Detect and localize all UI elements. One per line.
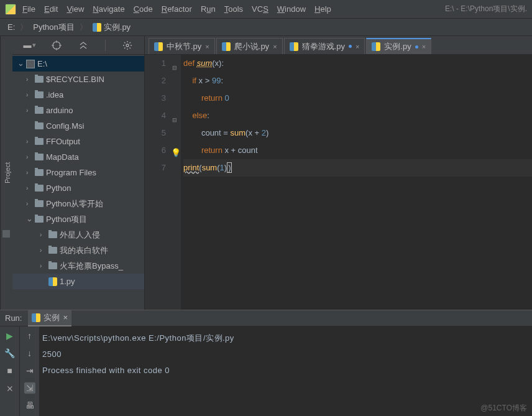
project-panel: ▬▾ E:\ $RECYCLE.BIN .idea arduino Config… — [12, 36, 145, 310]
menu-help[interactable]: Help — [314, 4, 331, 14]
tree-folder[interactable]: 火车抢票Bypass_ — [12, 258, 144, 274]
stop-icon[interactable]: ■ — [4, 365, 16, 376]
close-icon[interactable]: × — [355, 43, 359, 50]
run-tab[interactable]: 实例× — [28, 310, 71, 326]
close-icon[interactable]: × — [273, 43, 277, 50]
menu-vcs[interactable]: VCS — [252, 4, 268, 14]
run-label: Run: — [5, 313, 22, 323]
python-icon — [32, 313, 40, 322]
project-tool-window-stripe[interactable]: Project — [0, 36, 12, 310]
fold-marker-icon[interactable]: ⊟ — [172, 59, 177, 76]
svg-point-5 — [126, 44, 129, 47]
tree-file[interactable]: 1.py — [12, 274, 144, 289]
close-icon[interactable]: × — [422, 43, 426, 50]
folder-icon — [35, 76, 44, 83]
project-tree[interactable]: E:\ $RECYCLE.BIN .idea arduino Config.Ms… — [12, 55, 144, 310]
code-content[interactable]: def sum(x): if x > 99: return 0 else: co… — [181, 55, 532, 310]
breadcrumb-folder[interactable]: Python项目 — [33, 22, 74, 33]
editor-tab-active[interactable]: 实例.py× — [366, 38, 431, 54]
tree-folder[interactable]: Python — [12, 180, 144, 196]
target-icon[interactable] — [52, 40, 62, 50]
collapse-all-icon[interactable] — [78, 40, 88, 50]
console-line: Process finished with exit code 0 — [42, 363, 530, 379]
menu-edit[interactable]: Edit — [44, 4, 58, 14]
down-arrow-icon[interactable]: ↓ — [24, 348, 35, 359]
run-panel: Run: 实例× ▶ 🔧 ■ ⨯ ↑ ↓ ⇥ ⇲ 🖶 E:\venv\Scrip… — [0, 310, 532, 416]
console-line: E:\venv\Scripts\python.exe E:/Python项目/实… — [42, 330, 530, 346]
fold-gutter: ⊟ ⊟ 💡 — [172, 55, 181, 310]
run-toolbar-inner: ↑ ↓ ⇥ ⇲ 🖶 — [20, 326, 40, 416]
menu-navigate[interactable]: Navigate — [93, 4, 124, 14]
chevron-right-icon: 〉 — [80, 22, 88, 33]
breadcrumb-root[interactable]: E: — [7, 22, 15, 32]
breadcrumb: E: 〉 Python项目 〉 实例.py — [0, 19, 532, 36]
tree-folder[interactable]: Config.Msi — [12, 118, 144, 134]
soft-wrap-icon[interactable]: ⇥ — [24, 365, 35, 376]
chevron-right-icon: 〉 — [20, 22, 28, 33]
tree-folder[interactable]: 我的表白软件 — [12, 243, 144, 258]
folder-icon — [35, 216, 44, 223]
folder-icon — [48, 231, 57, 238]
main-area: Project ▬▾ E:\ $RECYCLE.BIN .idea arduin… — [0, 36, 532, 310]
settings-gear-icon[interactable] — [122, 40, 132, 50]
folder-icon — [35, 200, 44, 207]
editor-tab[interactable]: 爬小说.py× — [216, 38, 283, 54]
menu-view[interactable]: View — [66, 4, 84, 14]
menu-tools[interactable]: Tools — [224, 4, 243, 14]
folder-icon — [35, 122, 44, 129]
code-editor[interactable]: 1234567 ⊟ ⊟ 💡 def sum(x): if x > 99: ret… — [145, 55, 532, 310]
close-icon[interactable]: × — [63, 313, 68, 322]
folder-icon — [48, 247, 57, 254]
folder-icon — [35, 185, 44, 192]
menu-run[interactable]: Run — [201, 4, 216, 14]
tree-folder[interactable]: MapData — [12, 149, 144, 165]
tree-folder[interactable]: FFOutput — [12, 134, 144, 149]
console-output[interactable]: E:\venv\Scripts\python.exe E:/Python项目/实… — [40, 326, 532, 416]
python-icon — [372, 42, 380, 51]
python-icon — [48, 277, 57, 286]
folder-icon — [35, 107, 44, 114]
menu-code[interactable]: Code — [134, 4, 153, 14]
tree-folder[interactable]: .idea — [12, 87, 144, 103]
tree-folder[interactable]: arduino — [12, 103, 144, 118]
folder-icon — [35, 154, 44, 160]
text-caret: ) — [227, 162, 232, 173]
tree-folder[interactable]: Python从零开始 — [12, 196, 144, 211]
menu-refactor[interactable]: Refactor — [162, 4, 192, 14]
intention-bulb-icon[interactable]: 💡 — [171, 144, 181, 162]
wrench-icon[interactable]: 🔧 — [4, 348, 16, 359]
run-toolbar-left: ▶ 🔧 ■ ⨯ — [0, 326, 20, 416]
python-icon — [222, 42, 231, 51]
editor-tab[interactable]: 猜拳游戏.py× — [284, 38, 365, 54]
menu-file[interactable]: File — [22, 4, 35, 14]
folder-icon — [48, 262, 57, 269]
close-icon[interactable]: × — [205, 43, 209, 50]
main-menu: File Edit View Navigate Code Refactor Ru… — [22, 4, 331, 14]
editor-tab[interactable]: 中秋节.py× — [149, 38, 215, 54]
disk-icon — [26, 60, 35, 68]
close-all-icon[interactable]: ⨯ — [4, 382, 16, 394]
tree-root[interactable]: E:\ — [12, 56, 144, 72]
folder-icon — [35, 91, 44, 98]
line-gutter: 1234567 — [145, 55, 172, 310]
run-play-icon[interactable]: ▶ — [4, 330, 16, 341]
tree-folder[interactable]: $RECYCLE.BIN — [12, 72, 144, 87]
up-arrow-icon[interactable]: ↑ — [24, 330, 35, 341]
pycharm-logo-icon — [5, 4, 16, 15]
tree-folder[interactable]: Program Files — [12, 165, 144, 180]
menu-window[interactable]: Window — [277, 4, 306, 14]
breadcrumb-file[interactable]: 实例.py — [93, 22, 131, 33]
folder-open-icon[interactable]: ▬▾ — [25, 40, 35, 50]
tree-folder-open[interactable]: Python项目 — [12, 211, 144, 227]
console-line: 2500 — [42, 346, 530, 363]
modified-dot-icon — [415, 45, 418, 49]
print-icon[interactable]: 🖶 — [24, 400, 35, 411]
python-icon — [290, 42, 298, 51]
tree-folder[interactable]: 外星人入侵 — [12, 227, 144, 243]
run-panel-header: Run: 实例× — [0, 310, 532, 326]
editor-tabs: 中秋节.py× 爬小说.py× 猜拳游戏.py× 实例.py× — [145, 36, 532, 55]
fold-marker-icon[interactable]: ⊟ — [172, 111, 177, 129]
title-bar: File Edit View Navigate Code Refactor Ru… — [0, 0, 532, 19]
scroll-to-end-icon[interactable]: ⇲ — [24, 382, 35, 394]
window-path: E:\ - E:\Python项目\实例. — [445, 4, 527, 14]
